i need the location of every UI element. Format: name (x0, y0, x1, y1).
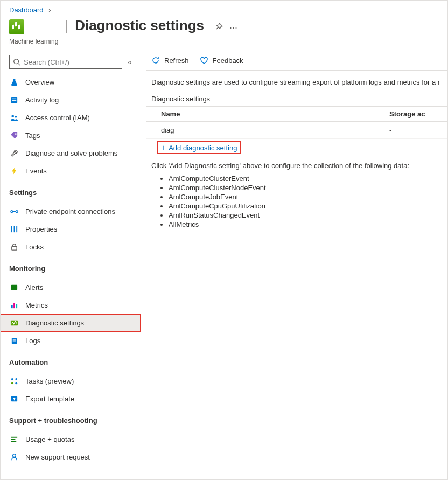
people-icon (9, 114, 19, 122)
endpoint-icon (9, 207, 19, 215)
svg-point-7 (15, 133, 16, 135)
svg-point-8 (10, 211, 12, 213)
sidebar-item-access-control[interactable]: Access control (IAM) (1, 109, 141, 127)
refresh-icon (151, 56, 160, 65)
list-item: AmlComputeClusterNodeEvent (169, 183, 447, 192)
helper-text: Click 'Add Diagnostic setting' above to … (146, 156, 447, 172)
sidebar-item-usage-quotas[interactable]: Usage + quotas (1, 430, 141, 448)
svg-point-6 (15, 116, 17, 118)
svg-rect-21 (12, 339, 16, 340)
sidebar-item-diagnose[interactable]: Diagnose and solve problems (1, 144, 141, 162)
list-item: AmlComputeClusterEvent (169, 174, 447, 183)
sidebar-item-diagnostic-settings[interactable]: Diagnostic settings (1, 314, 141, 332)
search-box[interactable] (9, 55, 122, 69)
sidebar-item-tags[interactable]: Tags (1, 127, 141, 144)
svg-rect-28 (11, 437, 17, 438)
svg-rect-29 (11, 439, 15, 440)
more-icon[interactable]: ⋯ (226, 20, 241, 34)
row-name: diag (161, 126, 389, 134)
plus-icon: + (161, 143, 165, 152)
svg-rect-16 (11, 305, 12, 309)
search-icon (13, 58, 20, 66)
list-item: AmlRunStatusChangedEvent (169, 211, 447, 220)
sidebar-item-export-template[interactable]: Export template (1, 390, 141, 408)
diagnostic-icon (9, 319, 19, 327)
svg-rect-15 (11, 285, 17, 290)
svg-rect-30 (11, 441, 16, 442)
collapse-sidebar-button[interactable]: « (128, 58, 132, 66)
sidebar-item-metrics[interactable]: Metrics (1, 296, 141, 314)
chevron-right-icon: › (45, 6, 51, 14)
column-name: Name (161, 110, 389, 118)
resource-icon (9, 19, 24, 34)
search-input[interactable] (20, 58, 118, 67)
svg-point-31 (12, 454, 16, 457)
properties-icon (9, 225, 19, 233)
sidebar-group-monitoring: Monitoring (1, 256, 141, 276)
section-title: Diagnostic settings (146, 89, 447, 106)
table-header: Name Storage ac (146, 106, 447, 122)
breadcrumb: Dashboard › (1, 1, 447, 16)
main-content: Refresh Feedback Diagnostic settings are… (141, 51, 447, 480)
sidebar-item-private-endpoint[interactable]: Private endpoint connections (1, 203, 141, 220)
heart-icon (200, 56, 208, 65)
support-icon (9, 453, 19, 461)
flask-icon (9, 78, 19, 86)
svg-point-25 (11, 382, 13, 384)
svg-line-1 (18, 64, 20, 66)
list-item: AmlComputeCpuGpuUtilization (169, 201, 447, 211)
svg-rect-22 (12, 341, 16, 342)
tasks-icon (9, 377, 19, 385)
table-row[interactable]: diag - (146, 122, 447, 139)
sidebar-item-tasks[interactable]: Tasks (preview) (1, 372, 141, 390)
svg-point-5 (11, 115, 14, 117)
sidebar-group-automation: Automation (1, 350, 141, 370)
toolbar: Refresh Feedback (146, 55, 447, 71)
sidebar-item-events[interactable]: Events (1, 162, 141, 180)
tag-icon (9, 131, 19, 140)
row-storage: - (389, 126, 432, 134)
metrics-icon (9, 301, 19, 309)
sidebar-group-support: Support + troubleshooting (1, 408, 141, 428)
resource-subtype: Machine learning (9, 38, 58, 45)
svg-rect-11 (11, 226, 12, 232)
wrench-icon (9, 149, 19, 157)
svg-point-0 (14, 59, 19, 64)
refresh-button[interactable]: Refresh (151, 56, 189, 65)
add-diagnostic-setting-button[interactable]: + Add diagnostic setting (158, 142, 240, 153)
svg-point-26 (15, 382, 17, 384)
svg-point-24 (15, 378, 17, 380)
export-icon (9, 395, 19, 403)
feedback-button[interactable]: Feedback (200, 56, 243, 65)
alerts-icon (9, 283, 19, 291)
sidebar-item-properties[interactable]: Properties (1, 220, 141, 238)
sidebar-item-new-support-request[interactable]: New support request (1, 448, 141, 466)
svg-rect-13 (16, 226, 17, 232)
title-separator: | (65, 18, 68, 32)
svg-point-9 (16, 211, 18, 213)
page-title: Diagnostic settings (75, 17, 204, 33)
column-storage: Storage ac (389, 110, 432, 118)
svg-rect-4 (12, 100, 16, 101)
list-item: AllMetrics (169, 220, 447, 229)
list-item: AmlComputeJobEvent (169, 192, 447, 201)
lock-icon (9, 243, 19, 251)
svg-rect-3 (12, 99, 16, 99)
svg-rect-12 (13, 226, 15, 232)
sidebar: « Overview Activity log Access control (… (1, 51, 141, 480)
svg-rect-17 (13, 303, 15, 308)
svg-rect-18 (16, 304, 17, 309)
lightning-icon (9, 167, 19, 175)
sidebar-item-overview[interactable]: Overview (1, 73, 141, 91)
breadcrumb-dashboard[interactable]: Dashboard (9, 6, 44, 14)
sidebar-group-settings: Settings (1, 180, 141, 200)
sidebar-item-locks[interactable]: Locks (1, 238, 141, 256)
pin-icon[interactable] (212, 20, 226, 34)
sidebar-item-alerts[interactable]: Alerts (1, 279, 141, 296)
svg-rect-14 (11, 247, 16, 251)
sidebar-item-logs[interactable]: Logs (1, 332, 141, 350)
data-types-list: AmlComputeClusterEvent AmlComputeCluster… (159, 174, 447, 229)
usage-icon (9, 435, 19, 443)
svg-point-23 (11, 378, 13, 380)
sidebar-item-activity-log[interactable]: Activity log (1, 91, 141, 109)
